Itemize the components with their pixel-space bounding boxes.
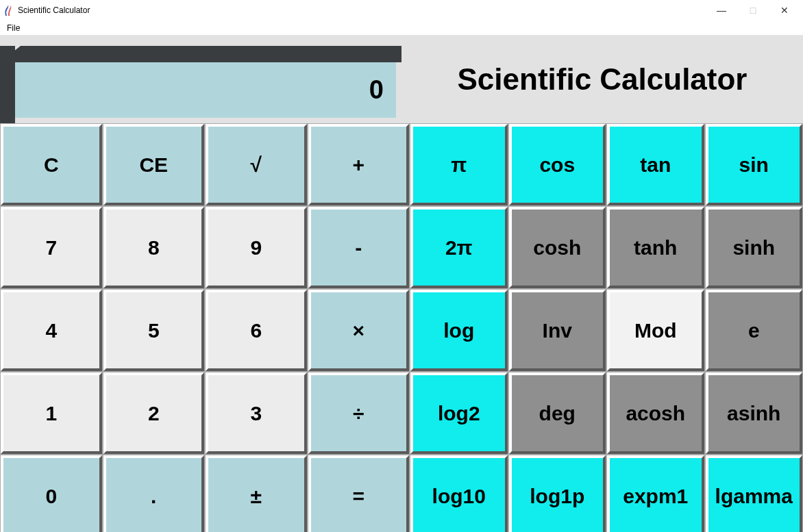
- minus-button[interactable]: -: [308, 207, 410, 288]
- clear-entry-button[interactable]: CE: [103, 124, 205, 205]
- digit-7-button[interactable]: 7: [1, 207, 102, 288]
- digit-3-button[interactable]: 3: [206, 372, 307, 454]
- display-frame: 0: [0, 36, 402, 123]
- digit-4-button[interactable]: 4: [1, 290, 102, 371]
- app-icon: [3, 5, 14, 16]
- lgamma-button[interactable]: lgamma: [706, 455, 803, 532]
- cosh-button[interactable]: cosh: [509, 207, 606, 288]
- equals-button[interactable]: =: [308, 455, 410, 532]
- asinh-button[interactable]: asinh: [706, 372, 803, 454]
- deg-button[interactable]: deg: [509, 372, 606, 454]
- minimize-button[interactable]: ―: [706, 0, 737, 21]
- two-pi-button[interactable]: 2π: [410, 207, 508, 288]
- multiply-button[interactable]: ×: [308, 290, 410, 371]
- cos-button[interactable]: cos: [509, 124, 606, 205]
- log2-button[interactable]: log2: [410, 372, 508, 454]
- e-button[interactable]: e: [706, 290, 803, 371]
- decimal-button[interactable]: .: [103, 455, 205, 532]
- menu-bar: File: [0, 21, 803, 36]
- inv-button[interactable]: Inv: [509, 290, 606, 371]
- log10-button[interactable]: log10: [410, 455, 508, 532]
- log-button[interactable]: log: [410, 290, 508, 371]
- digit-1-button[interactable]: 1: [1, 372, 102, 454]
- divide-button[interactable]: ÷: [308, 372, 410, 454]
- plus-minus-button[interactable]: ±: [206, 455, 307, 532]
- menu-file[interactable]: File: [3, 22, 24, 34]
- clear-button[interactable]: C: [1, 124, 102, 205]
- plus-button[interactable]: +: [308, 124, 410, 205]
- close-button[interactable]: ✕: [769, 0, 800, 21]
- acosh-button[interactable]: acosh: [607, 372, 704, 454]
- display-output: 0: [15, 62, 396, 118]
- log1p-button[interactable]: log1p: [509, 455, 606, 532]
- digit-0-button[interactable]: 0: [1, 455, 102, 532]
- maximize-button[interactable]: □: [737, 0, 769, 21]
- digit-9-button[interactable]: 9: [206, 207, 307, 288]
- window-titlebar: Scientific Calculator ― □ ✕: [0, 0, 803, 21]
- mod-button[interactable]: Mod: [607, 290, 704, 371]
- digit-5-button[interactable]: 5: [103, 290, 205, 371]
- pi-button[interactable]: π: [410, 124, 508, 205]
- digit-2-button[interactable]: 2: [103, 372, 205, 454]
- digit-8-button[interactable]: 8: [103, 207, 205, 288]
- app-heading: Scientific Calculator: [402, 36, 803, 123]
- tanh-button[interactable]: tanh: [607, 207, 704, 288]
- window-title: Scientific Calculator: [18, 5, 90, 15]
- sinh-button[interactable]: sinh: [706, 207, 803, 288]
- expm1-button[interactable]: expm1: [607, 455, 704, 532]
- sin-button[interactable]: sin: [706, 124, 803, 205]
- digit-6-button[interactable]: 6: [206, 290, 307, 371]
- tan-button[interactable]: tan: [607, 124, 704, 205]
- sqrt-button[interactable]: √: [206, 124, 307, 205]
